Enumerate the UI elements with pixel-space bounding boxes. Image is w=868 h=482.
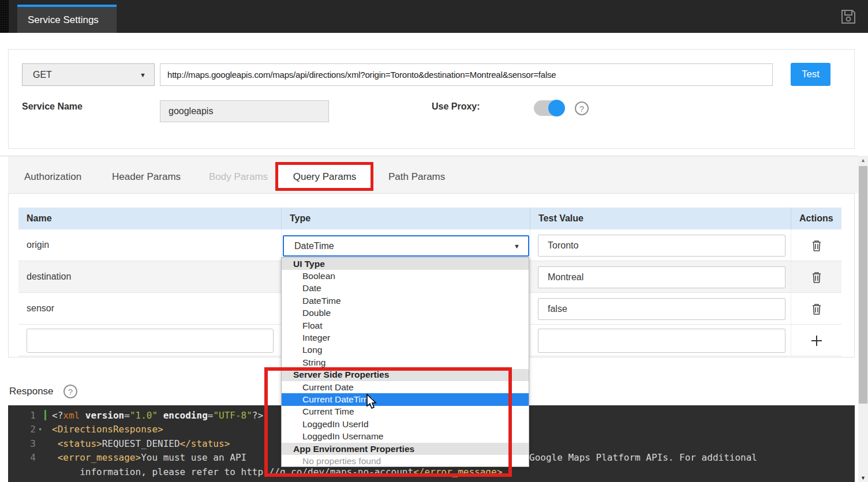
change-marker: [44, 410, 46, 420]
dropdown-item-long[interactable]: Long: [282, 344, 529, 356]
code-line: 5</DirectionsResponse>: [8, 479, 855, 482]
new-param-name-input[interactable]: [27, 329, 274, 353]
line-number: 2: [8, 424, 36, 435]
toggle-knob: [548, 100, 565, 116]
code-text: <status>REQUEST_DENIED</status>: [52, 438, 230, 449]
code-text: <error_message>You must use an API: [52, 452, 246, 463]
dropdown-item-ui-type: UI Type: [282, 258, 529, 270]
tab-service-settings-label: Service Settings: [28, 14, 99, 26]
line-number: 4: [8, 452, 36, 463]
delete-row-button[interactable]: [791, 229, 841, 261]
dropdown-item-integer[interactable]: Integer: [282, 332, 529, 344]
dropdown-item-date[interactable]: Date: [282, 283, 529, 295]
dropdown-item-datetime[interactable]: DateTime: [282, 295, 529, 307]
param-name-cell: origin: [18, 229, 282, 261]
line-number: 1: [8, 410, 36, 421]
col-header-actions: Actions: [791, 208, 841, 229]
new-param-value-input[interactable]: [538, 329, 785, 353]
test-value-input-origin[interactable]: [538, 235, 785, 257]
dropdown-item-string[interactable]: String: [282, 356, 529, 368]
param-name-cell: sensor: [18, 293, 282, 325]
service-name-input[interactable]: [160, 100, 329, 122]
delete-row-button[interactable]: [791, 293, 841, 325]
scrollbar-thumb[interactable]: [859, 166, 867, 404]
tab-authorization[interactable]: Authorization: [18, 163, 87, 191]
type-dropdown-list: UI TypeBooleanDateDateTimeDoubleFloatInt…: [281, 257, 529, 467]
scroll-up-icon[interactable]: ▲: [858, 157, 868, 163]
http-method-select[interactable]: GET ▼: [22, 63, 155, 86]
dropdown-item-server-side-properties: Server Side Properties: [282, 369, 529, 381]
dropdown-item-float[interactable]: Float: [282, 319, 529, 332]
dropdown-item-loggedin-username[interactable]: LoggedIn Username: [282, 430, 529, 442]
vertical-scrollbar[interactable]: ▲ ▼: [858, 156, 868, 482]
dropdown-item-loggedin-userid[interactable]: LoggedIn UserId: [282, 418, 529, 430]
mouse-cursor: [366, 394, 380, 412]
col-header-type: Type: [282, 208, 530, 229]
test-value-input-destination[interactable]: [538, 266, 785, 288]
test-value-input-sensor[interactable]: [538, 298, 785, 320]
code-text: <?xml version="1.0" encoding="UTF-8"?>: [52, 410, 263, 421]
dropdown-item-current-date[interactable]: Current Date: [282, 381, 529, 393]
url-input[interactable]: [160, 63, 773, 86]
dropdown-item-app-environment-properties: App Environment Properties: [282, 443, 529, 455]
code-text: <DirectionsResponse>: [52, 424, 163, 435]
http-method-value: GET: [33, 70, 52, 80]
response-help-icon[interactable]: ?: [63, 385, 77, 398]
response-label: Response: [9, 386, 54, 397]
tab-body-params[interactable]: Body Params: [203, 163, 274, 191]
code-text: information, please refer to http://g.co…: [52, 466, 502, 477]
dropdown-item-current-datetime[interactable]: Current DateTime: [282, 393, 529, 405]
fold-arrow-icon[interactable]: ▾: [36, 425, 44, 433]
dropdown-item-double[interactable]: Double: [282, 307, 529, 319]
tab-service-settings[interactable]: Service Settings: [17, 5, 117, 33]
scroll-down-icon[interactable]: ▼: [858, 475, 868, 481]
tab-header-params[interactable]: Header Params: [106, 163, 186, 191]
left-texture-strip: [0, 0, 9, 33]
col-header-name: Name: [18, 208, 282, 229]
tab-path-params[interactable]: Path Params: [383, 163, 451, 191]
test-button[interactable]: Test: [791, 63, 830, 86]
save-icon[interactable]: [839, 7, 858, 26]
dropdown-item-current-time[interactable]: Current Time: [282, 406, 529, 418]
use-proxy-label: Use Proxy:: [432, 101, 480, 112]
dropdown-item-no-properties-found: No properties found: [282, 455, 529, 467]
line-number: 3: [8, 438, 36, 449]
proxy-help-icon[interactable]: ?: [575, 101, 589, 115]
add-row-button[interactable]: [791, 325, 841, 356]
top-bar: Service Settings: [0, 0, 868, 33]
chevron-down-icon: ▼: [140, 71, 146, 78]
service-name-label: Service Name: [22, 101, 83, 112]
type-select-origin[interactable]: DateTime ▼: [283, 235, 529, 257]
delete-row-button[interactable]: [791, 261, 841, 293]
params-tab-bar: Authorization Header Params Body Params …: [8, 156, 858, 193]
chevron-down-icon: ▼: [514, 243, 520, 250]
col-header-test-value: Test Value: [530, 208, 791, 229]
param-name-cell: destination: [18, 261, 282, 293]
code-text-after-overlay: Google Maps Platform APIs. For additiona…: [529, 451, 757, 465]
service-settings-screen: Service Settings GET ▼ Test Service Name…: [0, 0, 868, 482]
tab-query-params[interactable]: Query Params: [279, 163, 371, 191]
dropdown-item-boolean[interactable]: Boolean: [282, 270, 529, 282]
use-proxy-toggle[interactable]: [534, 100, 564, 116]
